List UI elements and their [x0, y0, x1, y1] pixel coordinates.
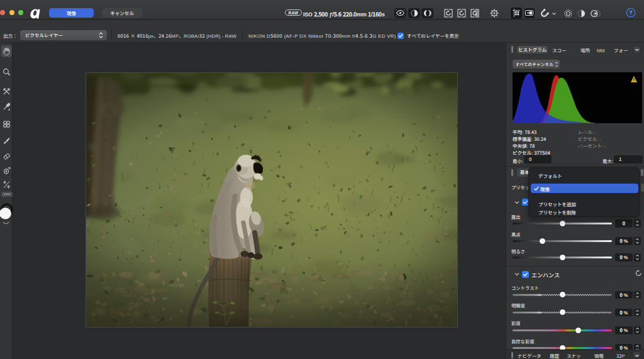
svg-text:?: ?	[629, 9, 633, 16]
